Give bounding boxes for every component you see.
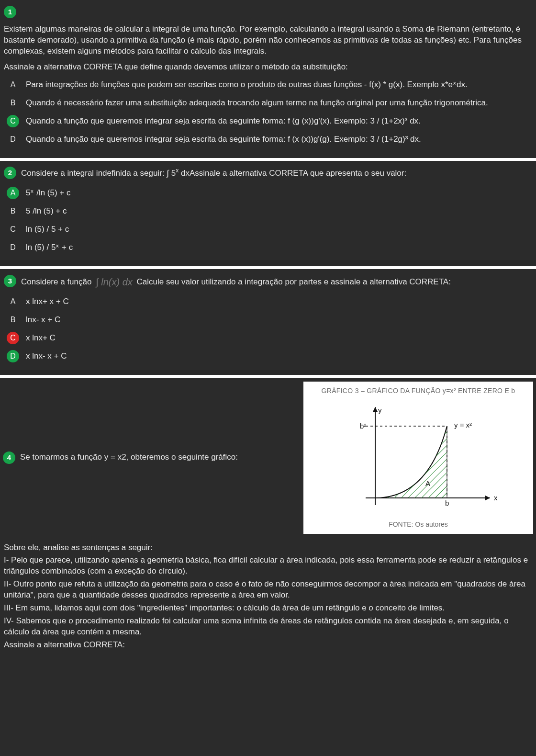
option-b[interactable]: B Quando é necessário fazer uma substitu… (7, 97, 533, 109)
option-a[interactable]: A Para integrações de funções que podem … (7, 79, 533, 91)
label-curve: y = x² (454, 421, 472, 429)
question-number-badge: 3 (4, 275, 16, 287)
statement-2: II- Outro ponto que refuta a utilização … (4, 579, 532, 601)
label-b2: b² (360, 422, 366, 430)
label-area: A (425, 479, 430, 487)
option-letter: C (7, 223, 19, 236)
option-d[interactable]: D ln (5) / 5ˣ + c (7, 241, 533, 254)
stem-text: Considere a função (21, 277, 94, 286)
stem-text: Calcule seu valor utilizando a integraçã… (134, 277, 451, 286)
question-2-stem: Considere a integral indefinida a seguir… (21, 167, 406, 179)
question-3: 3 Considere a função ∫ ln(x) dx Calcule … (0, 269, 536, 378)
option-letter: D (7, 133, 19, 146)
question-4-row: 4 Se tomarmos a função y = x2, obteremos… (3, 382, 533, 534)
option-letter-correct: D (7, 350, 19, 362)
stem-text: Considere a integral indefinida a seguir… (21, 169, 176, 178)
question-3-stem: Considere a função ∫ ln(x) dx Calcule se… (21, 275, 451, 288)
graph-title: GRÁFICO 3 – GRÁFICO DA FUNÇÃO y=x² ENTRE… (310, 386, 526, 395)
option-letter-selected: C (7, 115, 19, 127)
option-d[interactable]: D x lnx- x + C (7, 350, 533, 362)
question-3-options: A x lnx+ x + C B lnx- x + C C x lnx+ C D… (7, 295, 533, 362)
question-number-badge: 1 (4, 6, 16, 18)
analysis-intro: Sobre ele, analise as sentenças a seguir… (4, 542, 532, 553)
option-a[interactable]: A x lnx+ x + C (7, 295, 533, 308)
statement-1: I- Pelo que parece, utilizando apenas a … (4, 555, 532, 577)
option-text: Quando a função que queremos integrar se… (26, 115, 533, 127)
option-text: Para integrações de funções que podem se… (26, 79, 533, 90)
option-letter: D (7, 241, 19, 254)
question-4: 4 Se tomarmos a função y = x2, obteremos… (0, 378, 536, 659)
option-c[interactable]: C x lnx+ C (7, 332, 533, 344)
option-letter: A (7, 79, 19, 91)
option-text: Quando a função que queremos integrar se… (26, 133, 533, 145)
option-c[interactable]: C Quando a função que queremos integrar … (7, 115, 533, 127)
stem-text: dxAssinale a alternativa CORRETA que apr… (179, 169, 406, 178)
option-text: lnx- x + C (26, 314, 533, 326)
question-1-options: A Para integrações de funções que podem … (7, 79, 533, 146)
option-text: x lnx- x + C (26, 350, 533, 362)
option-text: Quando é necessário fazer uma substituiç… (26, 97, 533, 109)
svg-rect-7 (375, 426, 452, 503)
option-letter: B (7, 97, 19, 109)
question-4-stem-left: 4 Se tomarmos a função y = x2, obteremos… (3, 451, 294, 464)
question-number-badge: 4 (3, 451, 15, 464)
statement-4: IV- Sabemos que o procedimento realizado… (4, 616, 532, 638)
question-1-stem-p1: Existem algumas maneiras de calcular a i… (4, 24, 532, 57)
option-letter-wrong: C (7, 332, 19, 344)
question-number-badge: 2 (4, 167, 16, 179)
question-2-options: A 5ˣ /ln (5) + c B 5 /ln (5) + c C ln (5… (7, 187, 533, 254)
option-d[interactable]: D Quando a função que queremos integrar … (7, 133, 533, 146)
option-b[interactable]: B 5 /ln (5) + c (7, 205, 533, 217)
option-text: 5ˣ /ln (5) + c (26, 187, 533, 199)
option-text: 5 /ln (5) + c (26, 205, 533, 217)
graph-svg: y x b² b y = x² A (332, 397, 504, 517)
graph-caption: FONTE: Os autores (310, 520, 526, 529)
question-2-header: 2 Considere a integral indefinida a segu… (3, 165, 533, 181)
option-text: x lnx+ C (26, 332, 533, 344)
statement-3: III- Em suma, lidamos aqui com dois "ing… (4, 603, 532, 614)
option-c[interactable]: C ln (5) / 5 + c (7, 223, 533, 236)
option-a[interactable]: A 5ˣ /ln (5) + c (7, 187, 533, 199)
question-4-stem-text: Se tomarmos a função y = x2, obteremos o… (20, 452, 238, 463)
question-2: 2 Considere a integral indefinida a segu… (0, 161, 536, 269)
option-letter: B (7, 314, 19, 326)
label-b: b (445, 499, 449, 507)
question-1-stem-p2: Assinale a alternativa CORRETA que defin… (4, 62, 532, 73)
option-text: ln (5) / 5ˣ + c (26, 241, 533, 253)
svg-marker-3 (373, 407, 378, 412)
integral-icon: ∫ ln(x) dx (94, 276, 134, 289)
option-text: x lnx+ x + C (26, 295, 533, 307)
question-3-header: 3 Considere a função ∫ ln(x) dx Calcule … (3, 273, 533, 290)
option-letter: A (7, 295, 19, 308)
option-letter-selected: A (7, 187, 19, 199)
option-letter: B (7, 205, 19, 217)
option-text: ln (5) / 5 + c (26, 223, 533, 235)
option-b[interactable]: B lnx- x + C (7, 314, 533, 326)
question-1: 1 Existem algumas maneiras de calcular a… (0, 0, 536, 161)
question-1-header: 1 (3, 4, 533, 20)
closing-instruction: Assinale a alternativa CORRETA: (4, 640, 532, 651)
svg-marker-1 (485, 496, 490, 500)
axis-y-label: y (378, 406, 382, 414)
axis-x-label: x (494, 494, 498, 502)
graph-panel: GRÁFICO 3 – GRÁFICO DA FUNÇÃO y=x² ENTRE… (303, 382, 533, 534)
